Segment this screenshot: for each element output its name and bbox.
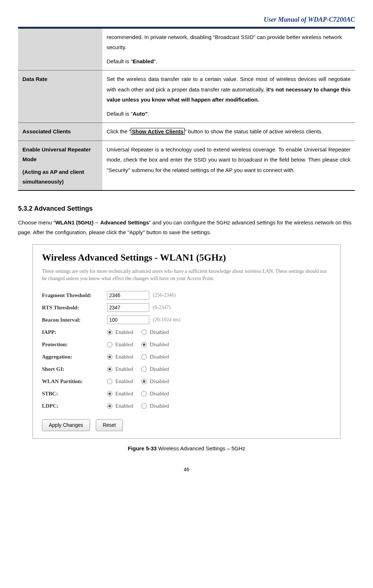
row-ldpc: LDPC:EnabledDisabled [42, 402, 331, 410]
cell-desc: Click the "Show Active Clients" button t… [102, 123, 355, 141]
page-number: 46 [18, 465, 355, 473]
cell-desc: Universal Repeater is a technology used … [102, 141, 355, 190]
radio-label: Disabled [150, 340, 169, 349]
iapp-enabled-radio[interactable] [107, 330, 112, 335]
figure-screenshot: Wireless Advanced Settings - WLAN1 (5GHz… [33, 244, 340, 439]
label: LDPC: [42, 402, 107, 410]
label: Fragment Threshold: [42, 291, 107, 300]
reset-button[interactable]: Reset [96, 419, 123, 431]
label: Short GI: [42, 365, 107, 373]
radio-group: EnabledDisabled [107, 352, 175, 361]
table-row: Data Rate Set the wireless data transfer… [18, 70, 355, 123]
hint: (20-1024 ms) [153, 316, 180, 324]
row-fragment-threshold: Fragment Threshold: (256-2346) [42, 291, 331, 300]
row-aggregation: Aggregation:EnabledDisabled [42, 352, 331, 361]
label: STBC: [42, 389, 107, 398]
button-row: Apply Changes Reset [42, 419, 331, 431]
radio-label: Disabled [150, 365, 169, 373]
label: RTS Threshold: [42, 303, 107, 312]
hint: (0-2347) [153, 304, 171, 312]
protection-disabled-radio[interactable] [141, 342, 147, 347]
radio-group: EnabledDisabled [107, 389, 175, 398]
wlanpart-disabled-radio[interactable] [141, 379, 147, 384]
cell-label-empty [18, 28, 102, 70]
radio-label: Disabled [150, 402, 169, 410]
label: Aggregation: [42, 352, 107, 361]
table-row: recommended. In private network, disabli… [18, 28, 355, 70]
shortgi-disabled-radio[interactable] [141, 366, 147, 372]
figure-caption: Figure 5-33 Wireless Advanced Settings –… [18, 444, 355, 453]
figure-subtitle: These settings are only for more technic… [42, 268, 331, 282]
section-heading: 5.3.2 Advanced Settings [18, 203, 355, 214]
table-row: Associated Clients Click the "Show Activ… [18, 123, 355, 141]
hint: (256-2346) [153, 291, 176, 299]
section-intro: Choose menu "WLAN1 (5GHz)→ Advanced Sett… [18, 218, 355, 237]
text: Default is "Auto". [107, 109, 351, 119]
text: recommended. In private network, disabli… [107, 32, 351, 53]
cell-desc: Set the wireless data transfer rate to a… [102, 70, 355, 123]
radio-label: Enabled [115, 402, 133, 410]
settings-table: recommended. In private network, disabli… [18, 28, 355, 191]
radio-label: Disabled [150, 377, 169, 386]
row-shortgi: Short GI:EnabledDisabled [42, 365, 331, 373]
radio-label: Enabled [115, 328, 133, 336]
cell-desc: recommended. In private network, disabli… [102, 28, 355, 70]
ldpc-disabled-radio[interactable] [141, 403, 147, 409]
radio-label: Enabled [115, 340, 133, 349]
radio-group: EnabledDisabled [107, 377, 175, 386]
stbc-enabled-radio[interactable] [107, 391, 112, 396]
text: Default is "Enabled". [107, 56, 351, 67]
aggregation-enabled-radio[interactable] [107, 354, 112, 360]
radio-group: EnabledDisabled [107, 365, 175, 373]
cell-label: Enable Universal Repeater Mode (Acting a… [18, 141, 102, 190]
row-beacon-interval: Beacon Interval: (20-1024 ms) [42, 316, 331, 324]
radio-label: Disabled [150, 328, 169, 336]
radio-group: EnabledDisabled [107, 328, 175, 336]
cell-label: Data Rate [18, 70, 102, 123]
shortgi-enabled-radio[interactable] [107, 366, 112, 372]
protection-enabled-radio[interactable] [107, 342, 112, 347]
beacon-interval-input[interactable] [107, 316, 149, 324]
text: Set the wireless data transfer rate to a… [107, 74, 351, 105]
radio-label: Enabled [115, 352, 133, 361]
row-iapp: IAPP:EnabledDisabled [42, 328, 331, 336]
radio-group: EnabledDisabled [107, 340, 175, 349]
label: Protection: [42, 340, 107, 349]
radio-group: EnabledDisabled [107, 402, 175, 410]
table-row: Enable Universal Repeater Mode (Acting a… [18, 141, 355, 190]
ldpc-enabled-radio[interactable] [107, 403, 112, 409]
fragment-threshold-input[interactable] [107, 291, 149, 300]
text: Enable Universal Repeater Mode [22, 145, 98, 164]
label: WLAN Partition: [42, 377, 107, 386]
aggregation-disabled-radio[interactable] [141, 354, 147, 360]
rts-threshold-input[interactable] [107, 303, 149, 312]
stbc-disabled-radio[interactable] [141, 391, 147, 396]
doc-header-title: User Manual of WDAP-C7200AC [18, 14, 355, 25]
radio-label: Disabled [150, 352, 169, 361]
row-rts-threshold: RTS Threshold: (0-2347) [42, 303, 331, 312]
figure-title: Wireless Advanced Settings - WLAN1 (5GHz… [42, 250, 331, 265]
row-wlanpart: WLAN Partition:EnabledDisabled [42, 377, 331, 386]
row-protection: Protection:EnabledDisabled [42, 340, 331, 349]
row-stbc: STBC:EnabledDisabled [42, 389, 331, 398]
iapp-disabled-radio[interactable] [141, 330, 147, 335]
cell-label: Associated Clients [18, 123, 102, 141]
radio-label: Enabled [115, 377, 133, 386]
radio-label: Enabled [115, 365, 133, 373]
label: Beacon Interval: [42, 316, 107, 324]
radio-label: Disabled [150, 389, 169, 398]
label: IAPP: [42, 328, 107, 336]
wlanpart-enabled-radio[interactable] [107, 379, 112, 384]
radio-label: Enabled [115, 389, 133, 398]
text: (Acting as AP and client simultaneously) [22, 167, 98, 186]
show-active-clients-button[interactable]: Show Active Clients [131, 128, 185, 135]
apply-changes-button[interactable]: Apply Changes [42, 419, 90, 431]
